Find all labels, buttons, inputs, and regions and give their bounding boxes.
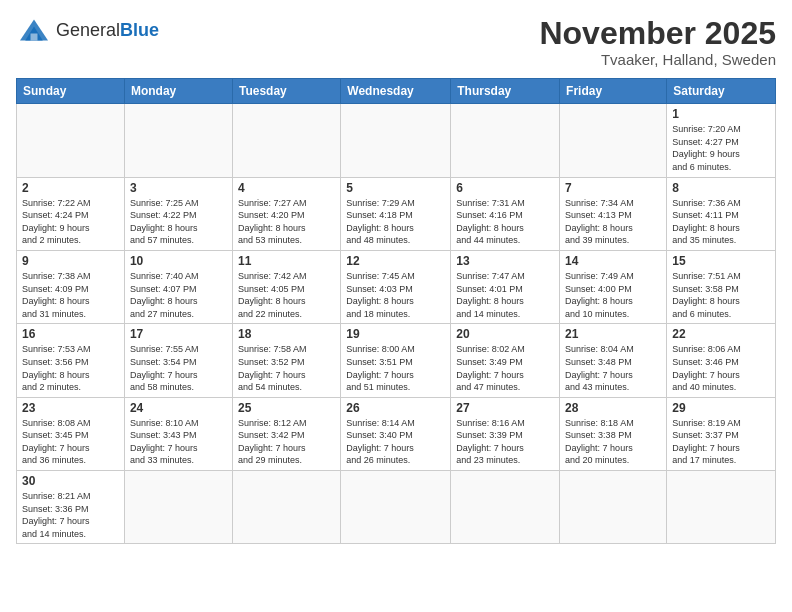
empty-cell xyxy=(124,471,232,544)
header-friday: Friday xyxy=(560,79,667,104)
logo-blue: Blue xyxy=(120,20,159,40)
day-17: 17 Sunrise: 7:55 AM Sunset: 3:54 PM Dayl… xyxy=(124,324,232,397)
empty-cell xyxy=(560,471,667,544)
header-thursday: Thursday xyxy=(451,79,560,104)
week-row-2: 2 Sunrise: 7:22 AM Sunset: 4:24 PM Dayli… xyxy=(17,177,776,250)
svg-rect-2 xyxy=(31,34,38,41)
empty-cell xyxy=(232,471,340,544)
weekday-header-row: Sunday Monday Tuesday Wednesday Thursday… xyxy=(17,79,776,104)
week-row-3: 9 Sunrise: 7:38 AM Sunset: 4:09 PM Dayli… xyxy=(17,250,776,323)
empty-cell xyxy=(560,104,667,177)
week-row-4: 16 Sunrise: 7:53 AM Sunset: 3:56 PM Dayl… xyxy=(17,324,776,397)
logo-text: GeneralBlue xyxy=(56,20,159,41)
day-7: 7 Sunrise: 7:34 AM Sunset: 4:13 PM Dayli… xyxy=(560,177,667,250)
day-14: 14 Sunrise: 7:49 AM Sunset: 4:00 PM Dayl… xyxy=(560,250,667,323)
empty-cell xyxy=(451,471,560,544)
logo-icon xyxy=(16,16,52,44)
calendar: Sunday Monday Tuesday Wednesday Thursday… xyxy=(16,78,776,544)
day-27: 27 Sunrise: 8:16 AM Sunset: 3:39 PM Dayl… xyxy=(451,397,560,470)
header-tuesday: Tuesday xyxy=(232,79,340,104)
day-4: 4 Sunrise: 7:27 AM Sunset: 4:20 PM Dayli… xyxy=(232,177,340,250)
day-11: 11 Sunrise: 7:42 AM Sunset: 4:05 PM Dayl… xyxy=(232,250,340,323)
week-row-6: 30 Sunrise: 8:21 AM Sunset: 3:36 PM Dayl… xyxy=(17,471,776,544)
week-row-5: 23 Sunrise: 8:08 AM Sunset: 3:45 PM Dayl… xyxy=(17,397,776,470)
day-8: 8 Sunrise: 7:36 AM Sunset: 4:11 PM Dayli… xyxy=(667,177,776,250)
location-title: Tvaaker, Halland, Sweden xyxy=(539,51,776,68)
empty-cell xyxy=(232,104,340,177)
day-28: 28 Sunrise: 8:18 AM Sunset: 3:38 PM Dayl… xyxy=(560,397,667,470)
day-5: 5 Sunrise: 7:29 AM Sunset: 4:18 PM Dayli… xyxy=(341,177,451,250)
header-monday: Monday xyxy=(124,79,232,104)
day-19: 19 Sunrise: 8:00 AM Sunset: 3:51 PM Dayl… xyxy=(341,324,451,397)
day-30: 30 Sunrise: 8:21 AM Sunset: 3:36 PM Dayl… xyxy=(17,471,125,544)
day-16: 16 Sunrise: 7:53 AM Sunset: 3:56 PM Dayl… xyxy=(17,324,125,397)
empty-cell xyxy=(451,104,560,177)
day-10: 10 Sunrise: 7:40 AM Sunset: 4:07 PM Dayl… xyxy=(124,250,232,323)
day-2: 2 Sunrise: 7:22 AM Sunset: 4:24 PM Dayli… xyxy=(17,177,125,250)
header-sunday: Sunday xyxy=(17,79,125,104)
empty-cell xyxy=(17,104,125,177)
day-20: 20 Sunrise: 8:02 AM Sunset: 3:49 PM Dayl… xyxy=(451,324,560,397)
day-18: 18 Sunrise: 7:58 AM Sunset: 3:52 PM Dayl… xyxy=(232,324,340,397)
day-23: 23 Sunrise: 8:08 AM Sunset: 3:45 PM Dayl… xyxy=(17,397,125,470)
day-9: 9 Sunrise: 7:38 AM Sunset: 4:09 PM Dayli… xyxy=(17,250,125,323)
day-21: 21 Sunrise: 8:04 AM Sunset: 3:48 PM Dayl… xyxy=(560,324,667,397)
day-26: 26 Sunrise: 8:14 AM Sunset: 3:40 PM Dayl… xyxy=(341,397,451,470)
day-15: 15 Sunrise: 7:51 AM Sunset: 3:58 PM Dayl… xyxy=(667,250,776,323)
title-block: November 2025 Tvaaker, Halland, Sweden xyxy=(539,16,776,68)
header-saturday: Saturday xyxy=(667,79,776,104)
week-row-1: 1 Sunrise: 7:20 AM Sunset: 4:27 PM Dayli… xyxy=(17,104,776,177)
day-13: 13 Sunrise: 7:47 AM Sunset: 4:01 PM Dayl… xyxy=(451,250,560,323)
header-wednesday: Wednesday xyxy=(341,79,451,104)
day-24: 24 Sunrise: 8:10 AM Sunset: 3:43 PM Dayl… xyxy=(124,397,232,470)
empty-cell xyxy=(341,104,451,177)
day-3: 3 Sunrise: 7:25 AM Sunset: 4:22 PM Dayli… xyxy=(124,177,232,250)
empty-cell xyxy=(341,471,451,544)
empty-cell xyxy=(667,471,776,544)
logo-general: GeneralBlue xyxy=(56,20,159,40)
empty-cell xyxy=(124,104,232,177)
month-title: November 2025 xyxy=(539,16,776,51)
page: GeneralBlue November 2025 Tvaaker, Halla… xyxy=(0,0,792,554)
logo: GeneralBlue xyxy=(16,16,159,44)
header: GeneralBlue November 2025 Tvaaker, Halla… xyxy=(16,16,776,68)
day-6: 6 Sunrise: 7:31 AM Sunset: 4:16 PM Dayli… xyxy=(451,177,560,250)
day-12: 12 Sunrise: 7:45 AM Sunset: 4:03 PM Dayl… xyxy=(341,250,451,323)
day-25: 25 Sunrise: 8:12 AM Sunset: 3:42 PM Dayl… xyxy=(232,397,340,470)
day-29: 29 Sunrise: 8:19 AM Sunset: 3:37 PM Dayl… xyxy=(667,397,776,470)
day-22: 22 Sunrise: 8:06 AM Sunset: 3:46 PM Dayl… xyxy=(667,324,776,397)
day-1: 1 Sunrise: 7:20 AM Sunset: 4:27 PM Dayli… xyxy=(667,104,776,177)
